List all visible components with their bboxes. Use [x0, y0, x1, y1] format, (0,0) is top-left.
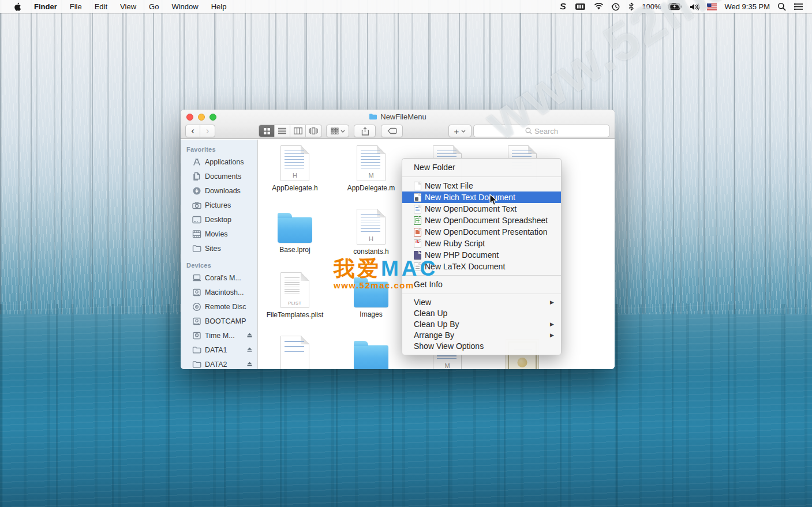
file-appdelegate-h[interactable]: H AppDelegate.h — [259, 145, 331, 192]
back-button[interactable]: ‹ — [186, 125, 200, 137]
odt-file-icon — [414, 205, 421, 213]
menu-item-show-view-options[interactable]: Show View Options — [402, 341, 561, 352]
internal-drive-icon — [192, 288, 201, 296]
disc-icon — [192, 302, 201, 311]
file-filetemplates-plist[interactable]: PLIST FileTemplates.plist — [259, 272, 331, 319]
sidebar-heading-favorites: Favorites — [181, 144, 257, 155]
battery-charging-icon[interactable] — [667, 0, 684, 13]
menu-item-clean-up-by[interactable]: Clean Up By▶ — [402, 319, 561, 330]
desktop: Finder File Edit View Go Window Help — [0, 0, 812, 507]
menu-view[interactable]: View — [114, 0, 143, 13]
menu-item-new-rich-text-document[interactable]: New Rich Text Document — [402, 191, 561, 203]
sidebar-item-label: Documents — [205, 172, 241, 181]
eject-icon[interactable] — [246, 346, 253, 354]
menu-edit[interactable]: Edit — [88, 0, 114, 13]
notification-center-icon[interactable] — [792, 0, 805, 13]
sidebar-item-bootcamp[interactable]: BOOTCAMP — [181, 314, 257, 328]
time-machine-drive-icon — [192, 332, 201, 340]
menu-help[interactable]: Help — [205, 0, 233, 13]
eject-icon[interactable] — [246, 360, 253, 369]
sidebar-item-label: Desktop — [205, 216, 231, 224]
menu-bar: Finder File Edit View Go Window Help — [0, 0, 812, 13]
file-constants-h[interactable]: H constants.h — [335, 209, 407, 256]
menu-file[interactable]: File — [63, 0, 88, 13]
desktop-icon — [192, 216, 201, 224]
menu-item-new-text-file[interactable]: New Text File — [402, 180, 561, 191]
bluetooth-icon[interactable] — [626, 0, 636, 13]
menu-item-arrange-by[interactable]: Arrange By▶ — [402, 330, 561, 341]
toolbar: ‹ › — [181, 125, 615, 138]
forward-button[interactable]: › — [200, 125, 215, 137]
film-icon — [192, 230, 201, 238]
code-file-icon: H — [357, 209, 386, 245]
sidebar-item-pictures[interactable]: Pictures — [181, 198, 257, 212]
new-file-button[interactable]: + — [448, 125, 472, 137]
menu-item-new-opendocument-spreadsheet[interactable]: New OpenDocument Spreadsheet — [402, 215, 561, 226]
menu-item-clean-up[interactable]: Clean Up — [402, 308, 561, 319]
downloads-icon — [192, 186, 201, 196]
menu-item-view[interactable]: View▶ — [402, 297, 561, 308]
sidebar-item-documents[interactable]: Documents — [181, 169, 257, 183]
folder-icon — [354, 345, 388, 369]
sidebar-item-downloads[interactable]: Downloads — [181, 183, 257, 198]
menu-go[interactable]: Go — [143, 0, 165, 13]
menu-item-get-info[interactable]: Get Info — [402, 279, 561, 291]
keyboard-battery-icon[interactable] — [573, 0, 588, 13]
sidebar-item-desktop[interactable]: Desktop — [181, 212, 257, 227]
menubar-clock[interactable]: Wed 9:35 PM — [723, 0, 772, 13]
share-button[interactable] — [354, 125, 376, 137]
menu-item-new-folder[interactable]: New Folder — [402, 162, 561, 174]
folder-icon — [278, 217, 312, 243]
column-view-button[interactable] — [290, 125, 306, 137]
menu-item-new-latex-document[interactable]: New LaTeX Document — [402, 261, 561, 272]
titlebar[interactable]: NewFileMenu — [181, 110, 615, 123]
submenu-arrow-icon: ▶ — [550, 319, 554, 330]
sidebar-item-data2[interactable]: DATA2 — [181, 357, 257, 369]
sidebar-item-corals-mac[interactable]: Coral's M... — [181, 271, 257, 285]
sidebar-item-applications[interactable]: Applications — [181, 155, 257, 169]
sidebar-item-movies[interactable]: Movies — [181, 227, 257, 241]
external-drive-icon — [192, 317, 201, 325]
file-images[interactable]: Images — [335, 275, 407, 318]
icon-view-button[interactable] — [259, 125, 275, 137]
coverflow-view-button[interactable] — [306, 125, 321, 137]
search-placeholder: Search — [534, 127, 558, 136]
view-switcher — [259, 125, 322, 137]
rtf-file-icon — [414, 193, 421, 202]
us-flag-icon[interactable] — [705, 0, 719, 13]
latex-file-icon — [414, 262, 421, 271]
volume-icon[interactable] — [688, 0, 701, 13]
ods-file-icon — [414, 216, 421, 225]
list-view-button[interactable] — [275, 125, 290, 137]
file-appdelegate-m[interactable]: M AppDelegate.m — [335, 145, 407, 192]
wifi-icon[interactable] — [592, 0, 605, 13]
menu-finder[interactable]: Finder — [28, 0, 63, 13]
sidebar-item-label: Remote Disc — [205, 303, 246, 311]
file-partial-folder[interactable] — [335, 338, 407, 369]
sidebar-item-data1[interactable]: DATA1 — [181, 343, 257, 357]
submenu-arrow-icon: ▶ — [550, 297, 554, 308]
menu-separator — [402, 275, 561, 276]
sidebar-item-time-machine[interactable]: Time M... — [181, 328, 257, 343]
menu-item-new-ruby-script[interactable]: New Ruby Script — [402, 238, 561, 249]
spotlight-icon[interactable] — [776, 0, 788, 13]
input-method-icon[interactable] — [556, 0, 569, 13]
sidebar-item-sites[interactable]: Sites — [181, 241, 257, 256]
sidebar-item-macintosh-hd[interactable]: Macintosh... — [181, 285, 257, 299]
menu-window[interactable]: Window — [165, 0, 204, 13]
search-input[interactable]: Search — [473, 125, 610, 137]
apple-menu[interactable] — [7, 0, 28, 13]
tag-button[interactable] — [381, 125, 403, 137]
file-partial-strings[interactable] — [259, 336, 331, 369]
sidebar-item-remote-disc[interactable]: Remote Disc — [181, 299, 257, 314]
window-header: NewFileMenu ‹ › — [181, 110, 615, 139]
file-base-lproj[interactable]: Base.lproj — [259, 210, 331, 254]
plist-file-icon: PLIST — [280, 272, 309, 308]
menu-item-new-php-document[interactable]: New PHP Document — [402, 249, 561, 261]
time-machine-icon[interactable] — [609, 0, 622, 13]
menu-item-new-opendocument-text[interactable]: New OpenDocument Text — [402, 203, 561, 215]
folder-icon — [192, 360, 201, 368]
menu-item-new-opendocument-presentation[interactable]: New OpenDocument Presentation — [402, 226, 561, 238]
arrange-button[interactable] — [326, 125, 349, 137]
eject-icon[interactable] — [246, 332, 253, 340]
